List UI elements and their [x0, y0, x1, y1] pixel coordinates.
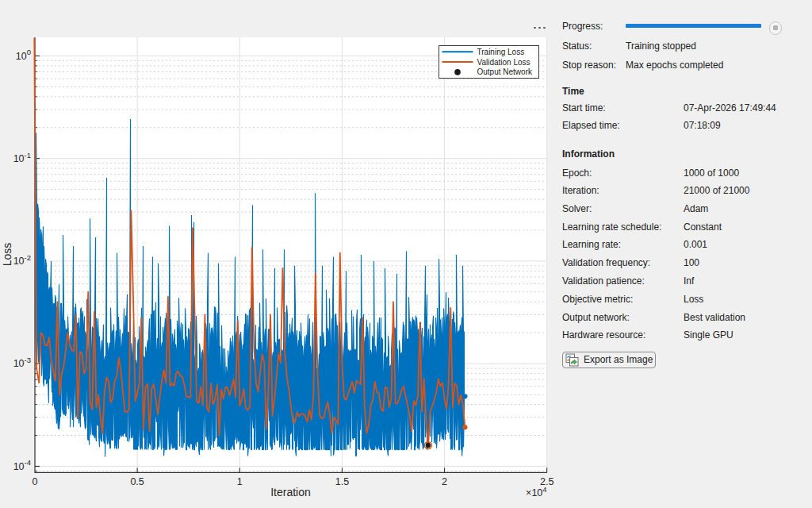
svg-text:Output Network: Output Network	[477, 67, 533, 76]
svg-text:10-1: 10-1	[13, 151, 31, 165]
svg-text:2: 2	[442, 476, 447, 487]
svg-text:1.5: 1.5	[335, 476, 349, 487]
svg-text:0: 0	[33, 476, 38, 487]
svg-text:10-3: 10-3	[13, 356, 31, 370]
svg-text:10-2: 10-2	[13, 253, 31, 267]
svg-text:1: 1	[237, 476, 243, 487]
svg-text:Loss: Loss	[1, 243, 13, 267]
svg-text:Iteration: Iteration	[270, 486, 311, 498]
svg-text:10-4: 10-4	[13, 458, 31, 472]
svg-text:Training Loss: Training Loss	[477, 48, 525, 56]
svg-text:0.5: 0.5	[130, 476, 144, 487]
svg-text:×104: ×104	[526, 485, 547, 498]
svg-text:Validation Loss: Validation Loss	[477, 58, 530, 67]
svg-text:100: 100	[16, 48, 31, 62]
